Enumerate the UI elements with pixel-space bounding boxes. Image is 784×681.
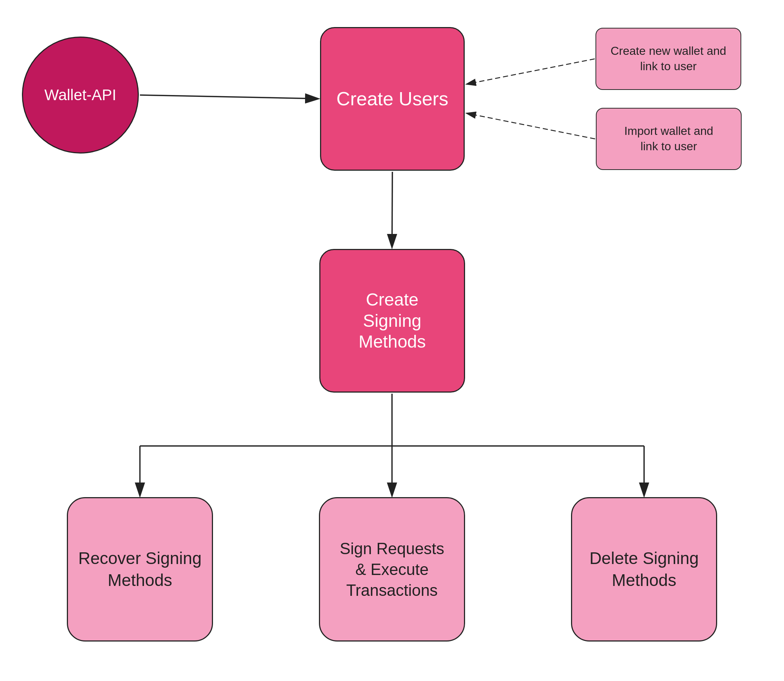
new-wallet-node: Create new wallet andlink to user [596, 28, 741, 90]
svg-line-2 [140, 95, 318, 99]
import-wallet-label: Import wallet andlink to user [624, 124, 713, 154]
wallet-api-label: Wallet-API [44, 86, 117, 104]
delete-signing-node: Delete SigningMethods [571, 497, 717, 641]
import-wallet-node: Import wallet andlink to user [596, 108, 741, 170]
svg-line-3 [392, 172, 392, 247]
delete-signing-label: Delete SigningMethods [589, 548, 699, 591]
create-users-node: Create Users [320, 27, 465, 171]
diagram-container: Wallet-API Create Users CreateSigningMet… [0, 0, 784, 681]
wallet-api-node: Wallet-API [22, 36, 139, 154]
recover-signing-label: Recover SigningMethods [78, 548, 202, 591]
create-users-label: Create Users [337, 87, 448, 110]
create-signing-node: CreateSigningMethods [319, 249, 465, 393]
svg-line-5 [467, 113, 595, 139]
sign-requests-label: Sign Requests& ExecuteTransactions [340, 538, 444, 601]
svg-line-4 [467, 59, 595, 84]
recover-signing-node: Recover SigningMethods [67, 497, 213, 641]
create-signing-label: CreateSigningMethods [359, 289, 425, 352]
sign-requests-node: Sign Requests& ExecuteTransactions [319, 497, 465, 641]
new-wallet-label: Create new wallet andlink to user [610, 43, 726, 74]
